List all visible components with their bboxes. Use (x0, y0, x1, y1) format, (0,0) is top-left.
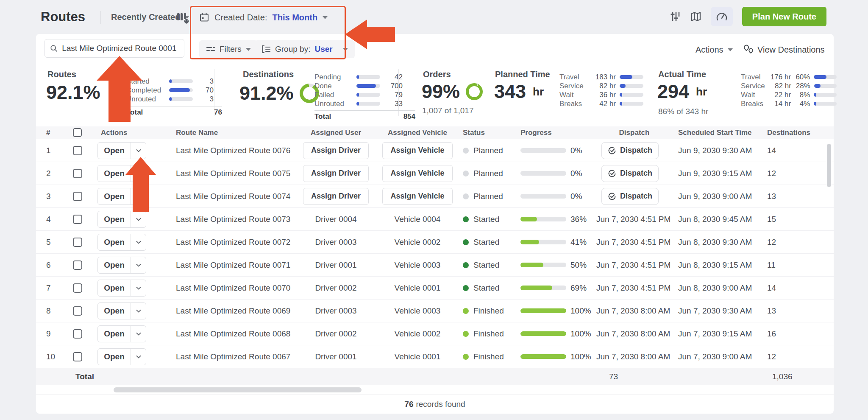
filters-button[interactable]: Filters (199, 40, 258, 58)
open-button[interactable]: Open (97, 234, 146, 251)
assign-driver-button[interactable]: Assign Driver (303, 165, 369, 182)
sliders-icon[interactable] (670, 11, 681, 22)
legend-value: 3 (197, 95, 214, 104)
row-checkbox[interactable] (73, 238, 82, 247)
planned-hours: 343 (494, 81, 526, 103)
legend-bar (169, 97, 193, 101)
actual-hours-unit: hr (696, 85, 707, 98)
status-label: Finished (473, 352, 504, 361)
row-checkbox[interactable] (73, 260, 82, 270)
open-button[interactable]: Open (97, 280, 146, 297)
open-button[interactable]: Open (97, 325, 146, 342)
chevron-down-icon[interactable] (131, 349, 146, 365)
open-button-label: Open (98, 211, 131, 227)
row-checkbox[interactable] (73, 215, 82, 224)
routes-stat-label: Routes (47, 70, 76, 79)
dashboard-gauge-icon[interactable] (711, 7, 733, 26)
orders-stat-label: Orders (423, 70, 451, 79)
dispatch-button[interactable]: Dispatch (601, 188, 659, 205)
open-button[interactable]: Open (97, 142, 146, 159)
chevron-down-icon[interactable] (131, 143, 146, 159)
col-assigned-vehicle[interactable]: Assigned Vehicle (375, 129, 460, 137)
col-actions[interactable]: Actions (86, 129, 165, 137)
dispatch-button[interactable]: Dispatch (601, 142, 659, 159)
open-button[interactable]: Open (97, 348, 146, 365)
plan-new-route-button[interactable]: Plan New Route (742, 7, 826, 26)
assign-vehicle-button[interactable]: Assign Vehicle (382, 188, 452, 205)
status-label: Started (473, 215, 499, 224)
legend-row: Wait22 hr8% (741, 91, 837, 99)
dispatch-button-label: Dispatch (620, 169, 652, 178)
row-checkbox[interactable] (73, 306, 82, 316)
chevron-down-icon[interactable] (131, 257, 146, 273)
col-scheduled-start-time[interactable]: Scheduled Start Time (674, 129, 767, 137)
chevron-down-icon[interactable] (131, 234, 146, 250)
row-checkbox[interactable] (73, 169, 82, 178)
legend-value: 33 (384, 100, 403, 108)
scheduled-start-time: Jun 7, 2030 9:15 AM (674, 329, 767, 339)
legend-row: Wait36 hr (559, 91, 649, 99)
row-checkbox[interactable] (73, 352, 82, 361)
assign-vehicle-button[interactable]: Assign Vehicle (382, 165, 452, 182)
horizontal-scrollbar[interactable] (36, 385, 834, 395)
progress-value: 0% (570, 146, 582, 155)
actual-time-label: Actual Time (658, 70, 706, 79)
row-checkbox[interactable] (73, 192, 82, 201)
legend-value: 70 (197, 86, 214, 95)
select-all-checkbox[interactable] (73, 128, 82, 137)
assign-driver-button[interactable]: Assign Driver (303, 188, 369, 205)
legend-name: Breaks (741, 100, 764, 108)
created-date-filter[interactable]: Created Date: This Month (199, 12, 328, 22)
open-button[interactable]: Open (97, 211, 146, 228)
vertical-scrollbar-thumb[interactable] (827, 144, 831, 187)
legend-value: 22 hr (768, 91, 791, 99)
col-status[interactable]: Status (460, 129, 519, 137)
search-input[interactable] (62, 44, 179, 53)
chevron-down-icon[interactable] (131, 280, 146, 296)
legend-bar (620, 84, 643, 88)
open-button[interactable]: Open (97, 257, 146, 274)
row-checkbox[interactable] (73, 329, 82, 339)
total-value: 854 (403, 112, 415, 121)
destinations-count: 14 (767, 283, 818, 293)
chevron-down-icon[interactable] (131, 211, 146, 227)
legend-name: Pending (314, 73, 353, 81)
col-assigned-user[interactable]: Assigned User (297, 129, 375, 137)
group-by-button[interactable]: Group by: User (255, 40, 355, 58)
open-button[interactable]: Open (97, 302, 146, 319)
chevron-down-icon[interactable] (131, 303, 146, 319)
col-destinations[interactable]: Destinations (767, 129, 818, 137)
open-button[interactable]: Open (97, 165, 146, 182)
assigned-vehicle: Vehicle 0001 (395, 352, 441, 361)
view-destinations-button[interactable]: View Destinations (743, 44, 825, 55)
col-progress[interactable]: Progress (519, 129, 595, 137)
table-row: 9OpenLast Mile Optimized Route 0068Drive… (36, 322, 834, 345)
assign-vehicle-button[interactable]: Assign Vehicle (382, 142, 452, 159)
legend-name: Travel (741, 73, 764, 81)
created-date-label: Created Date: (214, 13, 267, 22)
open-button[interactable]: Open (97, 188, 146, 205)
search-box[interactable] (45, 39, 184, 58)
row-checkbox[interactable] (73, 283, 82, 293)
legend-pctl: 8% (795, 91, 810, 99)
map-icon[interactable] (690, 11, 701, 22)
assign-driver-button[interactable]: Assign Driver (303, 142, 369, 159)
actions-dropdown[interactable]: Actions (696, 45, 733, 55)
legend-value: 82 hr (769, 82, 791, 90)
col-dispatch[interactable]: Dispatch (595, 129, 674, 137)
chevron-down-icon[interactable] (131, 326, 146, 342)
row-checkbox[interactable] (73, 146, 82, 155)
table-body: 1OpenLast Mile Optimized Route 0076Assig… (36, 139, 834, 368)
col-route-name[interactable]: Route Name (165, 129, 297, 137)
col-number[interactable]: # (36, 129, 61, 137)
legend-pctl: 4% (795, 100, 810, 108)
chevron-down-icon[interactable] (131, 165, 146, 182)
chevron-down-icon[interactable] (131, 188, 146, 204)
destinations-count: 13 (767, 306, 818, 316)
open-button-label: Open (98, 188, 131, 204)
scheduled-start-time: Jun 9, 2030 9:15 AM (674, 169, 767, 178)
route-name: Last Mile Optimized Route 0069 (165, 306, 297, 316)
table-settings-icon[interactable] (175, 11, 190, 25)
dispatch-button[interactable]: Dispatch (601, 165, 659, 182)
horizontal-scrollbar-thumb[interactable] (114, 387, 362, 392)
